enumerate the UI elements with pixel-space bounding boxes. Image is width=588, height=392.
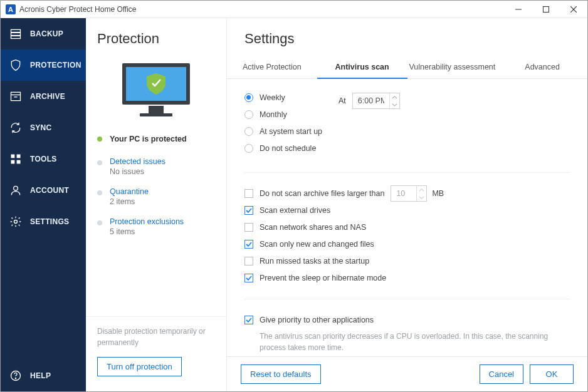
svg-rect-11 (17, 155, 21, 158)
checkbox-icon (244, 223, 253, 232)
schedule-radio-startup[interactable]: At system start up (244, 125, 339, 138)
checkbox-icon (244, 240, 253, 249)
app-window: A Acronis Cyber Protect Home Office BACK… (0, 0, 588, 392)
archive-icon (9, 90, 22, 103)
info-label: Protection exclusions (110, 217, 226, 226)
svg-rect-5 (11, 33, 21, 35)
info-detail: 2 items (110, 197, 226, 206)
info-label: Quarantine (110, 187, 226, 196)
settings-main: Settings Active Protection Antivirus sca… (227, 18, 587, 391)
checkbox-icon (244, 206, 253, 215)
tab-advanced[interactable]: Advanced (497, 56, 587, 78)
svg-rect-13 (17, 160, 21, 164)
give-priority-hint: The antivirus scan priority decreases if… (260, 331, 570, 353)
size-step-down[interactable] (417, 193, 426, 201)
radio-icon (244, 110, 253, 119)
checkbox-scan-network[interactable]: Scan network shares and NAS (244, 220, 570, 234)
settings-tabs: Active Protection Antivirus scan Vulnera… (227, 56, 587, 79)
sidebar-label: SETTINGS (30, 217, 69, 226)
size-step-up[interactable] (417, 186, 426, 193)
app-icon: A (6, 4, 16, 14)
sidebar-label: BACKUP (30, 29, 63, 38)
window-controls (505, 1, 587, 18)
quarantine-link[interactable]: Quarantine 2 items (86, 187, 226, 206)
sidebar-item-tools[interactable]: TOOLS (1, 143, 86, 175)
svg-point-14 (14, 186, 18, 190)
panel-title: Protection (97, 31, 226, 47)
svg-rect-6 (11, 36, 21, 38)
tools-icon (9, 153, 22, 165)
sidebar-label: SYNC (30, 123, 52, 132)
turn-off-protection-button[interactable]: Turn off protection (97, 357, 182, 376)
status-text: Your PC is protected (110, 135, 187, 143)
info-detail: No issues (110, 167, 226, 176)
svg-rect-12 (11, 160, 15, 164)
sidebar-label: ARCHIVE (30, 92, 65, 101)
account-icon (9, 184, 22, 197)
checkbox-icon (244, 189, 253, 198)
tab-antivirus-scan[interactable]: Antivirus scan (317, 56, 407, 78)
separator (244, 172, 570, 173)
sidebar-item-account[interactable]: ACCOUNT (1, 175, 86, 206)
sidebar-label: PROTECTION (30, 61, 81, 70)
protection-panel: Protection Your PC is protected Detected… (86, 18, 227, 391)
schedule-radio-weekly[interactable]: Weekly (244, 91, 339, 105)
info-label: Detected issues (110, 157, 226, 166)
sidebar-item-help[interactable]: HELP (1, 360, 86, 391)
sidebar-item-sync[interactable]: SYNC (1, 112, 86, 143)
sidebar-label: TOOLS (30, 155, 57, 163)
disable-description: Disable protection temporarily or perman… (97, 326, 215, 348)
checkbox-run-missed[interactable]: Run missed tasks at the startup (244, 254, 570, 268)
tab-active-protection[interactable]: Active Protection (227, 56, 317, 78)
checkbox-icon (244, 257, 253, 266)
close-button[interactable] (560, 1, 587, 18)
protection-illustration (86, 61, 226, 122)
protection-status: Your PC is protected (86, 135, 226, 143)
svg-rect-4 (11, 29, 21, 32)
svg-point-15 (14, 220, 18, 224)
svg-rect-10 (11, 155, 15, 158)
sidebar-item-backup[interactable]: BACKUP (1, 18, 86, 49)
settings-body: Weekly Monthly At system start up Do not… (227, 79, 587, 356)
radio-icon (244, 93, 253, 102)
archive-size-input[interactable] (391, 186, 416, 201)
settings-footer: Reset to defaults Cancel OK (227, 356, 587, 391)
sidebar: BACKUP PROTECTION ARCHIVE SYNC TOOLS (1, 18, 86, 391)
time-step-down[interactable] (390, 101, 399, 108)
detected-issues-link[interactable]: Detected issues No issues (86, 157, 226, 176)
time-input[interactable] (353, 93, 389, 108)
sidebar-item-settings[interactable]: SETTINGS (1, 206, 86, 237)
sidebar-item-archive[interactable]: ARCHIVE (1, 81, 86, 112)
maximize-button[interactable] (532, 1, 560, 18)
reset-defaults-button[interactable]: Reset to defaults (241, 364, 321, 384)
checkbox-prevent-sleep[interactable]: Prevent the sleep or hibernate mode (244, 271, 570, 285)
checkbox-scan-new[interactable]: Scan only new and changed files (244, 237, 570, 251)
help-icon (9, 369, 22, 382)
page-title: Settings (244, 31, 587, 47)
gear-icon (9, 215, 22, 228)
schedule-radio-none[interactable]: Do not schedule (244, 142, 339, 155)
schedule-radio-monthly[interactable]: Monthly (244, 108, 339, 121)
protection-exclusions-link[interactable]: Protection exclusions 5 items (86, 217, 226, 236)
svg-rect-1 (543, 6, 549, 12)
svg-point-17 (15, 378, 16, 379)
checkbox-icon (244, 316, 253, 324)
archive-size-field[interactable] (391, 185, 427, 202)
radio-icon (244, 127, 253, 136)
ok-button[interactable]: OK (530, 364, 574, 384)
sidebar-item-protection[interactable]: PROTECTION (1, 49, 86, 81)
status-dot-icon (97, 137, 102, 142)
sidebar-label: HELP (30, 371, 51, 380)
checkbox-no-scan-archive[interactable]: Do not scan archive files larger than MB (244, 187, 570, 200)
tab-vulnerability-assessment[interactable]: Vulnerability assessment (407, 56, 498, 78)
shield-icon (9, 59, 22, 71)
cancel-button[interactable]: Cancel (480, 364, 523, 384)
minimize-button[interactable] (505, 1, 532, 18)
time-step-up[interactable] (390, 93, 399, 101)
checkbox-give-priority[interactable]: Give priority to other applications (244, 313, 570, 327)
separator (244, 299, 570, 299)
svg-rect-20 (149, 106, 164, 113)
time-field[interactable] (352, 93, 400, 109)
checkbox-scan-external[interactable]: Scan external drives (244, 204, 570, 217)
svg-rect-21 (140, 113, 172, 116)
